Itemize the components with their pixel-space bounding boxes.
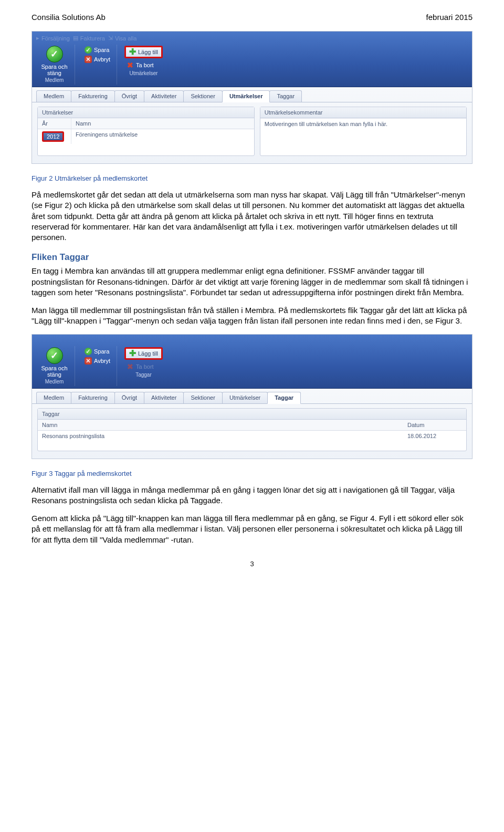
taggar-panel: Taggar Namn Datum Resonans postningslist…: [37, 408, 467, 451]
paragraph-1: På medlemskortet går det sedan att dela …: [32, 190, 472, 243]
tab-ovrigt[interactable]: Övrigt: [114, 90, 144, 102]
tab-sektioner[interactable]: Sektioner: [183, 90, 222, 102]
group-taggar: ✚Lägg till ✖Ta bort Taggar: [120, 346, 167, 386]
tab-fakturering[interactable]: Fakturering: [71, 392, 115, 403]
panel-title: Utmärkelsekommentar: [260, 107, 466, 118]
plus-icon: ✚: [129, 350, 136, 357]
heading-fliken-taggar: Fliken Taggar: [32, 252, 472, 263]
group-utmarkelser: ✚Lägg till ✖Ta bort Utmärkelser: [120, 45, 167, 85]
cancel-icon: ✕: [85, 56, 92, 63]
paragraph-4: Alternativt ifall man vill lägga in mång…: [32, 485, 472, 506]
group-label: Medlem: [45, 378, 64, 384]
tab-medlem[interactable]: Medlem: [36, 90, 71, 102]
plus-icon: ✚: [129, 48, 136, 56]
delete-icon: ✖: [127, 61, 134, 69]
delete-icon: ✖: [127, 363, 134, 370]
table-row[interactable]: 2012 Föreningens utmärkelse: [38, 129, 254, 144]
ok-icon: ✓: [85, 46, 92, 54]
check-icon: ✓: [46, 347, 63, 364]
group-label: Taggar: [135, 371, 152, 378]
cancel-icon: ✕: [85, 357, 92, 365]
col-name[interactable]: Namn: [38, 420, 403, 430]
tab-aktiviteter[interactable]: Aktiviteter: [144, 90, 184, 102]
spara-button[interactable]: ✓Spara: [82, 347, 112, 356]
name-cell: Föreningens utmärkelse: [71, 129, 254, 144]
year-cell[interactable]: 2012: [42, 131, 64, 142]
name-cell: Resonans postningslista: [38, 431, 403, 441]
tab-ovrigt[interactable]: Övrigt: [114, 392, 144, 403]
figure-3-caption: Figur 3 Taggar på medlemskortet: [32, 470, 472, 477]
group-label: Medlem: [45, 76, 64, 83]
kommentar-panel: Utmärkelsekommentar Motiveringen till ut…: [260, 107, 467, 156]
figure-2-screenshot: ▸ Försäljning ▤ Fakturera ⇲ Visa alla ✓ …: [32, 31, 472, 164]
table-row[interactable]: Resonans postningslista 18.06.2012: [38, 431, 466, 441]
tabstrip: Medlem Fakturering Övrigt Aktiviteter Se…: [32, 87, 472, 102]
ribbon: ✓ Spara och stäng Medlem ✓Spara ✕Avbryt …: [32, 335, 472, 389]
avbryt-button[interactable]: ✕Avbryt: [82, 55, 112, 64]
paragraph-2: En tagg i Membra kan användas till att g…: [32, 266, 472, 298]
ribbon: ▸ Försäljning ▤ Fakturera ⇲ Visa alla ✓ …: [32, 32, 472, 87]
nav-fakturera[interactable]: ▤ Fakturera: [73, 35, 105, 41]
spara-och-stang-button[interactable]: ✓ Spara och stäng: [39, 46, 70, 76]
spara-button[interactable]: ✓Spara: [82, 46, 112, 54]
paragraph-5: Genom att klicka på "Lägg till"-knappen …: [32, 513, 472, 545]
comment-text[interactable]: Motiveringen till utmärkelsen kan man fy…: [260, 118, 466, 129]
header-right: februari 2015: [426, 13, 472, 22]
group-medlem: ✓ Spara och stäng Medlem: [34, 45, 75, 85]
lagg-till-button[interactable]: ✚Lägg till: [124, 347, 163, 360]
page-number: 3: [32, 560, 472, 568]
col-year[interactable]: År: [38, 118, 71, 129]
page-header: Consilia Solutions Ab februari 2015: [32, 0, 472, 26]
spara-och-stang-button[interactable]: ✓ Spara och stäng: [39, 347, 70, 378]
paragraph-3: Man lägga till medlemmar till postningsl…: [32, 305, 472, 327]
col-date[interactable]: Datum: [403, 420, 466, 430]
avbryt-button[interactable]: ✕Avbryt: [82, 357, 112, 365]
group-medlem: ✓ Spara och stäng Medlem: [34, 346, 75, 386]
tab-sektioner[interactable]: Sektioner: [183, 392, 222, 403]
ok-icon: ✓: [85, 348, 92, 355]
panel-title: Taggar: [38, 409, 466, 420]
ta-bort-button[interactable]: ✖Ta bort: [124, 61, 163, 69]
group-label: Utmärkelser: [129, 69, 158, 76]
lagg-till-button[interactable]: ✚Lägg till: [124, 46, 163, 58]
tab-taggar[interactable]: Taggar: [267, 392, 301, 404]
nav-forsaljning[interactable]: ▸ Försäljning: [36, 35, 70, 41]
header-left: Consilia Solutions Ab: [32, 13, 106, 22]
tab-fakturering[interactable]: Fakturering: [71, 90, 115, 102]
tab-medlem[interactable]: Medlem: [36, 392, 71, 403]
tab-taggar[interactable]: Taggar: [269, 90, 302, 102]
col-name[interactable]: Namn: [71, 118, 254, 129]
date-cell: 18.06.2012: [403, 431, 466, 441]
tab-utmarkelser[interactable]: Utmärkelser: [222, 392, 268, 403]
group-spara-avbryt: ✓Spara ✕Avbryt: [78, 346, 117, 386]
panel-title: Utmärkelser: [38, 107, 254, 118]
tabstrip: Medlem Fakturering Övrigt Aktiviteter Se…: [32, 389, 472, 404]
group-spara-avbryt: ✓Spara ✕Avbryt: [78, 45, 117, 85]
utmarkelser-panel: Utmärkelser År Namn 2012 Föreningens utm…: [37, 107, 255, 156]
nav-visa-alla[interactable]: ⇲ Visa alla: [108, 35, 136, 41]
tab-aktiviteter[interactable]: Aktiviteter: [144, 392, 184, 403]
ta-bort-button[interactable]: ✖Ta bort: [124, 362, 163, 371]
figure-3-screenshot: ✓ Spara och stäng Medlem ✓Spara ✕Avbryt …: [32, 334, 472, 459]
tab-utmarkelser[interactable]: Utmärkelser: [222, 90, 270, 102]
figure-2-caption: Figur 2 Utmärkelser på medlemskortet: [32, 174, 472, 182]
check-icon: ✓: [46, 46, 63, 63]
